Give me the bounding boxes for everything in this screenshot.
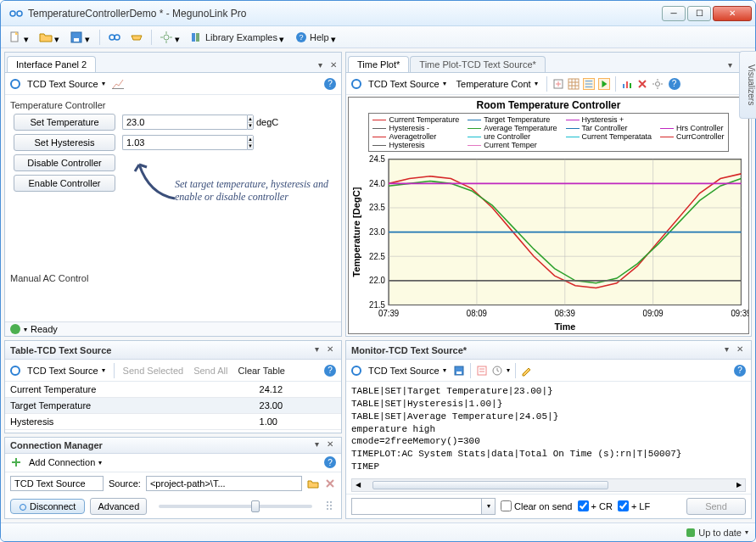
send-all-button[interactable]: Send All <box>190 365 231 377</box>
hysteresis-input[interactable] <box>122 135 247 150</box>
send-selected-button[interactable]: Send Selected <box>120 365 188 377</box>
clear-on-send-checkbox[interactable]: Clear on send <box>501 500 573 511</box>
send-text-input[interactable] <box>352 499 481 514</box>
source-selector[interactable]: TCD Text Source ▾ <box>24 78 109 90</box>
spin-down-icon[interactable]: ▼ <box>248 143 253 150</box>
save-icon[interactable] <box>453 365 465 377</box>
play-icon[interactable] <box>598 78 610 90</box>
chart-legend: Current Temperature Target Temperature H… <box>368 113 728 152</box>
panel-dropdown-icon[interactable]: ▾ <box>720 344 732 355</box>
panel-close-icon[interactable]: ✕ <box>328 59 339 70</box>
clock-icon[interactable] <box>491 365 503 377</box>
serial-icon[interactable] <box>127 30 146 45</box>
panel-dropdown-icon[interactable]: ▾ <box>724 59 736 70</box>
minimize-button[interactable]: ─ <box>662 6 686 21</box>
temperature-input[interactable] <box>122 115 247 130</box>
clear-table-button[interactable]: Clear Table <box>235 365 288 377</box>
panel-dropdown-icon[interactable]: ▾ <box>314 59 326 70</box>
export-icon[interactable] <box>552 78 564 90</box>
help-icon[interactable]: ? <box>324 365 336 377</box>
chart-plot[interactable]: 21.522.022.523.023.524.024.507:3908:0908… <box>349 154 748 333</box>
connection-controls: Disconnect Advanced <box>5 495 341 518</box>
save-button[interactable]: ▾ <box>67 30 94 45</box>
edit-icon[interactable] <box>521 365 533 377</box>
send-button[interactable]: Send <box>686 498 746 515</box>
gear-button[interactable]: ▾ <box>157 30 184 45</box>
disable-controller-button[interactable]: Disable Controller <box>14 154 115 171</box>
table-row[interactable]: Hysteresis1.00 <box>5 414 341 430</box>
enable-controller-button[interactable]: Enable Controller <box>14 175 115 192</box>
svg-text:Time: Time <box>554 321 575 331</box>
temperature-spinner[interactable]: ▲▼ <box>122 115 249 130</box>
svg-point-20 <box>330 505 332 506</box>
delete-icon[interactable] <box>324 478 336 489</box>
advanced-button[interactable]: Advanced <box>90 498 147 515</box>
horizontal-scrollbar[interactable]: ◀▶ <box>351 478 746 492</box>
cr-checkbox[interactable]: + CR <box>578 500 613 511</box>
interface-panel-toolbar: TCD Text Source ▾ ? <box>5 73 341 95</box>
tab-interface-panel-2[interactable]: Interface Panel 2 <box>7 56 96 72</box>
tab-time-plot-tcd[interactable]: Time Plot-TCD Text Source* <box>410 56 546 72</box>
speed-slider[interactable] <box>159 505 312 508</box>
visualizers-handle[interactable]: Visualizers <box>739 51 756 119</box>
hysteresis-spinner[interactable]: ▲▼ <box>122 135 249 150</box>
source-selector[interactable]: TCD Text Source ▾ <box>365 78 450 90</box>
source-label: Source: <box>109 478 141 489</box>
connection-icon[interactable] <box>105 30 124 45</box>
spin-up-icon[interactable]: ▲ <box>248 136 253 143</box>
browse-icon[interactable] <box>307 478 319 489</box>
spin-up-icon[interactable]: ▲ <box>248 115 253 123</box>
svg-rect-61 <box>456 372 462 374</box>
library-examples-button[interactable]: Library Examples▾ <box>188 30 288 45</box>
main-toolbar: ▾ ▾ ▾ ▾ Library Examples▾ ?Help▾ <box>1 26 755 48</box>
lf-checkbox[interactable]: + LF <box>618 500 650 511</box>
panel-dropdown-icon[interactable]: ▾ <box>311 344 322 355</box>
maximize-button[interactable]: ☐ <box>687 6 711 21</box>
panel-close-icon[interactable]: ✕ <box>324 439 336 450</box>
panel-close-icon[interactable]: ✕ <box>324 344 336 355</box>
chevron-down-icon[interactable]: ▾ <box>481 499 495 514</box>
gear-icon[interactable] <box>652 78 664 90</box>
source-path-input[interactable] <box>146 476 302 491</box>
data-table: Current Temperature24.12 Target Temperat… <box>5 382 341 430</box>
bars-icon[interactable] <box>621 78 633 90</box>
help-icon[interactable]: ? <box>669 78 680 90</box>
help-button[interactable]: ?Help▾ <box>292 30 340 45</box>
connection-name-input[interactable] <box>10 476 104 491</box>
source-selector[interactable]: TCD Text Source ▾ <box>24 365 109 377</box>
table-row[interactable]: Current Temperature24.12 <box>5 382 341 398</box>
tab-time-plot[interactable]: Time Plot* <box>348 56 409 72</box>
svg-text:?: ? <box>299 33 303 42</box>
svg-text:23.0: 23.0 <box>369 227 385 237</box>
add-connection-button[interactable]: Add Connection ▾ <box>25 456 105 468</box>
svg-rect-25 <box>623 84 624 88</box>
list-icon[interactable] <box>583 78 595 90</box>
filter-icon[interactable] <box>476 365 488 377</box>
app-window: TemperatureControllerDemo * - MegunoLink… <box>0 0 756 542</box>
app-icon <box>9 7 23 20</box>
send-text-combo[interactable]: ▾ <box>351 498 496 515</box>
panel-dropdown-icon[interactable]: ▾ <box>311 439 322 450</box>
svg-text:09:09: 09:09 <box>643 309 664 318</box>
channel-selector[interactable]: Temperature Cont ▾ <box>453 78 541 90</box>
svg-text:07:39: 07:39 <box>378 309 399 318</box>
chart-icon[interactable] <box>112 78 124 90</box>
spin-down-icon[interactable]: ▼ <box>248 123 253 130</box>
open-file-button[interactable]: ▾ <box>36 30 64 45</box>
close-button[interactable]: ✕ <box>713 6 752 21</box>
help-icon[interactable]: ? <box>324 78 336 90</box>
help-icon[interactable]: ? <box>734 365 746 377</box>
timeplot-tabbar: Time Plot* Time Plot-TCD Text Source* ▾✕ <box>346 53 751 73</box>
new-file-button[interactable]: ▾ <box>6 30 33 45</box>
tools-icon[interactable] <box>636 78 648 90</box>
table-row[interactable]: Target Temperature23.00 <box>5 398 341 414</box>
svg-point-18 <box>330 501 332 503</box>
help-icon[interactable]: ? <box>324 456 336 468</box>
connection-panel: Connection Manager▾✕ Add Connection ▾ ? … <box>4 437 342 519</box>
set-temperature-button[interactable]: Set Temperature <box>14 114 115 131</box>
grid-icon[interactable] <box>568 78 580 90</box>
source-selector[interactable]: TCD Text Source ▾ <box>365 365 450 377</box>
panel-close-icon[interactable]: ✕ <box>734 344 746 355</box>
set-hysteresis-button[interactable]: Set Hysteresis <box>14 134 115 151</box>
disconnect-button[interactable]: Disconnect <box>10 499 85 514</box>
